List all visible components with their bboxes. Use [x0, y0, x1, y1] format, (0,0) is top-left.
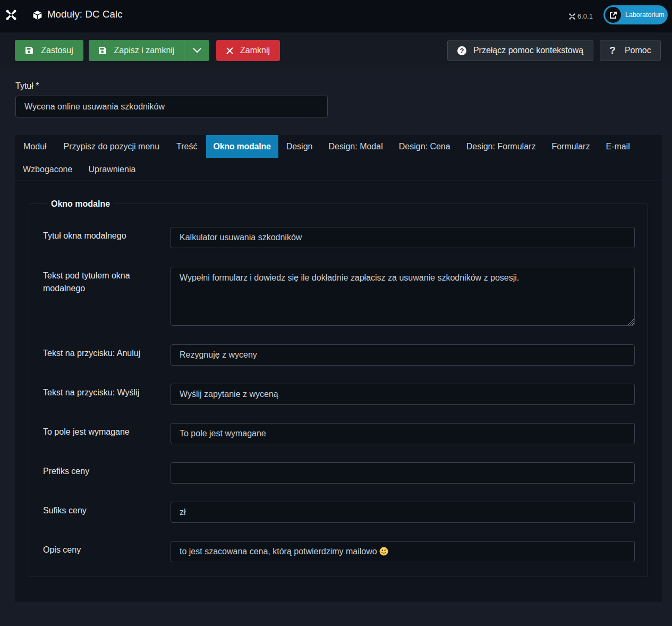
svg-text:?: ? — [460, 47, 464, 55]
